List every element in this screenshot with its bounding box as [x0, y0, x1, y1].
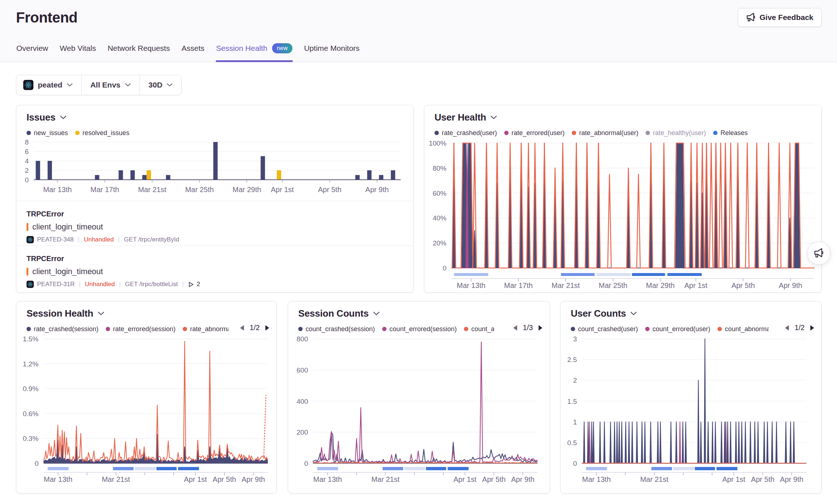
- legend-dot: [382, 327, 387, 331]
- svg-text:Apr 9th: Apr 9th: [511, 475, 534, 483]
- legend-page-next-button[interactable]: [537, 324, 544, 332]
- issue-row[interactable]: TRPCErrorclient_login_timeoutPEATED-31R|…: [16, 245, 413, 288]
- session-health-pagination: 1/2: [236, 324, 271, 332]
- user-counts-pagination: 1/2: [781, 324, 816, 332]
- legend-item-count-abnormal-session-[interactable]: count_abnormal(session): [464, 325, 494, 333]
- issue-row[interactable]: TRPCErrorclient_login_timeoutPEATED-348|…: [16, 201, 413, 243]
- legend-label: rate_abnormal(user): [579, 129, 638, 137]
- issue-meta: PEATED-348|Unhandled|GET /trpc/entityByI…: [27, 236, 403, 243]
- tab-bar: OverviewWeb VitalsNetwork RequestsAssets…: [16, 43, 360, 62]
- svg-text:1.5: 1.5: [567, 398, 577, 405]
- tab-label: Web Vitals: [60, 44, 96, 53]
- date-range-filter-value: 30D: [149, 81, 163, 89]
- svg-text:Apr 1st: Apr 1st: [271, 186, 294, 194]
- release-track-segment: [561, 273, 595, 276]
- series-count_crashed(user): [582, 339, 806, 463]
- legend-item-count-errored-session-[interactable]: count_errored(session): [382, 325, 457, 333]
- svg-text:80%: 80%: [433, 164, 446, 172]
- release-track-segment: [178, 467, 199, 470]
- legend-item-count-crashed-session-[interactable]: count_crashed(session): [298, 325, 375, 333]
- legend-dot: [645, 327, 650, 331]
- svg-text:3: 3: [573, 335, 577, 343]
- legend-page-prev-button[interactable]: [784, 324, 790, 332]
- play-icon: [188, 281, 194, 288]
- svg-text:200: 200: [296, 428, 308, 436]
- tab-session-health[interactable]: Session Healthnew: [216, 43, 293, 62]
- legend-item-rate-errored-session-[interactable]: rate_errored(session): [106, 325, 175, 333]
- issues-chart: 02468Mar 13thMar 17thMar 21stMar 25thMar…: [16, 105, 413, 201]
- legend-page-prev-button[interactable]: [239, 324, 245, 332]
- session-counts-legend: count_crashed(session)count_errored(sess…: [298, 324, 494, 334]
- tab-label: Session Health: [216, 44, 267, 53]
- triangle-right-icon: [538, 325, 543, 331]
- legend-item-rate-abnormal-user-[interactable]: rate_abnormal(user): [572, 129, 638, 137]
- user-counts-panel: User Counts count_crashed(user)count_err…: [560, 301, 822, 493]
- legend-item-rate-errored-user-[interactable]: rate_errored(user): [504, 129, 565, 137]
- user-counts-legend: count_crashed(user)count_errored(user)co…: [571, 324, 769, 334]
- tab-overview[interactable]: Overview: [16, 43, 49, 62]
- legend-label: Releases: [720, 129, 748, 137]
- user-health-panel-title: User Health: [434, 112, 486, 123]
- user-counts-panel-title: User Counts: [571, 308, 626, 319]
- user-health-panel-header[interactable]: User Health: [434, 112, 497, 123]
- svg-text:Apr 1st: Apr 1st: [184, 475, 207, 483]
- session-health-panel-header[interactable]: Session Health: [27, 308, 104, 319]
- svg-text:Mar 17th: Mar 17th: [504, 281, 533, 289]
- user-counts-panel-header[interactable]: User Counts: [571, 308, 637, 319]
- legend-item-new-issues[interactable]: new_issues: [27, 129, 68, 137]
- page-header: Frontend Give Feedback OverviewWeb Vital…: [0, 0, 837, 62]
- tab-web-vitals[interactable]: Web Vitals: [60, 43, 97, 62]
- issue-title-link[interactable]: client_login_timeout: [32, 267, 103, 276]
- svg-text:60%: 60%: [433, 190, 446, 197]
- svg-text:Apr 9th: Apr 9th: [780, 475, 803, 483]
- release-track-segment: [651, 467, 672, 470]
- legend-page-prev-button[interactable]: [512, 324, 518, 332]
- release-track-segment: [695, 467, 715, 470]
- svg-text:8: 8: [25, 138, 29, 146]
- legend-dot: [713, 131, 717, 135]
- legend-item-releases[interactable]: Releases: [713, 129, 748, 137]
- issues-panel-header[interactable]: Issues: [27, 112, 66, 123]
- release-track-segment: [454, 273, 488, 276]
- legend-item-rate-crashed-user-[interactable]: rate_crashed(user): [434, 129, 497, 137]
- legend-item-count-abnormal-user-[interactable]: count_abnormal(user): [717, 325, 769, 333]
- svg-text:Mar 21st: Mar 21st: [138, 186, 166, 194]
- tab-assets[interactable]: Assets: [181, 43, 205, 62]
- issue-title-link[interactable]: client_login_timeout: [32, 222, 103, 232]
- svg-text:Apr 5th: Apr 5th: [318, 186, 341, 194]
- give-feedback-button[interactable]: Give Feedback: [738, 8, 822, 27]
- session-counts-pagination: 1/3: [510, 324, 544, 332]
- session-health-panel: Session Health rate_crashed(session)rate…: [16, 301, 277, 493]
- legend-label: new_issues: [34, 129, 68, 137]
- environment-filter-value: All Envs: [90, 81, 121, 89]
- legend-item-resolved-issues[interactable]: resolved_issues: [75, 129, 129, 137]
- issues-legend: new_issuesresolved_issues: [27, 128, 404, 138]
- legend-item-count-errored-user-[interactable]: count_errored(user): [645, 325, 710, 333]
- series-count_errored(user): [582, 422, 806, 463]
- issue-meta: PEATED-31R|Unhandled|GET /trpc/bottleLis…: [27, 281, 403, 288]
- legend-item-rate-abnormal-session-[interactable]: rate_abnormal(session): [183, 325, 229, 333]
- legend-item-rate-healthy-user-[interactable]: rate_healthy(user): [646, 129, 706, 137]
- legend-page-next-button[interactable]: [809, 324, 816, 332]
- project-filter[interactable]: peated: [16, 75, 81, 95]
- legend-item-rate-crashed-session-[interactable]: rate_crashed(session): [27, 325, 98, 333]
- svg-text:20%: 20%: [433, 239, 446, 247]
- legend-page-next-button[interactable]: [264, 324, 271, 332]
- legend-dot: [75, 131, 80, 135]
- issue-replay-count[interactable]: 2: [188, 281, 200, 288]
- tab-uptime-monitors[interactable]: Uptime Monitors: [304, 43, 360, 62]
- svg-text:2: 2: [25, 167, 29, 174]
- meta-divider: |: [74, 236, 84, 243]
- svg-text:Apr 1st: Apr 1st: [722, 475, 745, 483]
- floating-feedback-button[interactable]: [807, 241, 830, 265]
- react-project-icon: [23, 80, 33, 90]
- environment-filter[interactable]: All Envs: [82, 75, 140, 95]
- session-counts-panel-header[interactable]: Session Counts: [298, 308, 380, 319]
- legend-item-count-crashed-user-[interactable]: count_crashed(user): [571, 325, 638, 333]
- svg-text:600: 600: [296, 366, 308, 374]
- series-rate_errored(user): [462, 143, 475, 268]
- react-project-icon: [27, 281, 34, 288]
- date-range-filter[interactable]: 30D: [140, 75, 182, 95]
- legend-label: count_errored(user): [652, 325, 710, 333]
- tab-network-requests[interactable]: Network Requests: [107, 43, 170, 62]
